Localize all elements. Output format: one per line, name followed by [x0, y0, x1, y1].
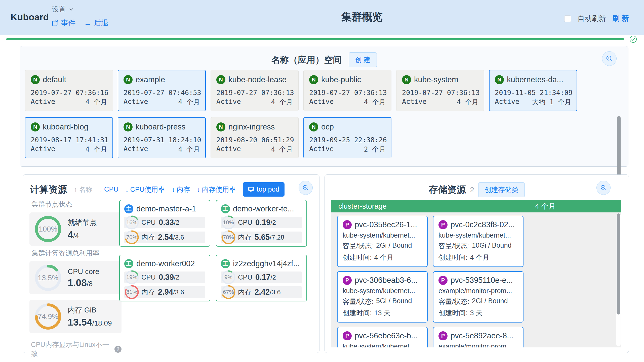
sort-by-cpu-usage[interactable]: ↓CPU使用率	[125, 185, 165, 194]
node-name: demo-worker-te...	[233, 204, 294, 213]
cpu-utilization-card: 13.5% CPU core 1.08/8	[29, 261, 122, 294]
namespace-age: 2 个月	[364, 145, 386, 154]
pvc-capacity-label: 容量/状态:	[343, 242, 374, 251]
namespace-name: default	[43, 75, 66, 84]
pvc-card[interactable]: Ppvc-56ebe63e-b... kube-system/kubernet.…	[337, 327, 428, 347]
pvc-badge-icon: P	[438, 276, 448, 285]
node-card[interactable]: 工iz2zedgghv14j4zf... 9% CPU 0.17/2 67% 内…	[216, 255, 307, 301]
namespace-created: 2019-08-17 17:41:31	[31, 136, 107, 144]
namespace-age: 4 个月	[364, 98, 386, 107]
settings-menu[interactable]: 设置	[52, 5, 108, 14]
namespace-card[interactable]: Ndefault 2019-07-27 07:36:16 Active4 个月	[25, 70, 113, 111]
pvc-claim: example/monitor-prom...	[438, 343, 518, 347]
back-link[interactable]: ← 后退	[84, 18, 108, 28]
pvc-badge-icon: P	[343, 220, 352, 229]
node-cpu-donut: 9%	[221, 270, 235, 284]
namespace-badge-icon: N	[124, 75, 133, 84]
pvc-claim: kube-system/kubernet...	[343, 232, 422, 239]
namespace-card[interactable]: Nkube-node-lease 2019-07-27 07:36:13 Act…	[211, 70, 299, 111]
pvc-created: 4 个月	[374, 253, 394, 262]
storage-class-age: 4 个月	[535, 201, 556, 211]
top-pod-icon	[248, 186, 254, 193]
magnifier-plus-icon	[302, 184, 309, 191]
namespace-age: 4 个月	[457, 98, 478, 107]
namespace-card[interactable]: Nkube-public 2019-07-27 07:36:13 Active4…	[303, 70, 391, 111]
app-header: Kuboard 设置 事件 ← 后退 集群概览 自动刷新 刷 新	[0, 0, 644, 35]
namespace-created: 2019-08-20 06:51:29	[216, 136, 293, 144]
node-memory-donut: 81%	[125, 285, 139, 299]
namespace-card[interactable]: Nnginx-ingress 2019-08-20 06:51:29 Activ…	[211, 117, 299, 158]
node-memory-row: 81% 内存 2.94/3.6	[124, 286, 205, 298]
sort-by-cpu[interactable]: ↓CPU	[99, 186, 119, 193]
namespace-badge-icon: N	[124, 122, 133, 131]
pvc-capacity-label: 容量/状态:	[438, 297, 469, 306]
namespace-age: 大约 1 个月	[532, 98, 571, 107]
memory-utilization-donut: 74.9%	[35, 303, 61, 330]
sort-arrow-icon: ↓	[172, 186, 175, 194]
namespaces-zoom-button[interactable]	[602, 51, 617, 66]
node-name: iz2zedgghv14j4zf...	[233, 259, 300, 268]
utilization-section-label: 集群计算资源总利用率	[31, 249, 122, 258]
node-card[interactable]: 主demo-master-a-1 16% CPU 0.33/2 70% 内存 2…	[119, 200, 210, 247]
namespace-name: example	[136, 75, 165, 84]
pvc-card[interactable]: Ppvc-5395110e-e... example/monitor-prom.…	[433, 271, 524, 323]
storage-scrollbar[interactable]	[617, 213, 620, 314]
node-cpu-row: 9% CPU 0.17/2	[221, 272, 302, 283]
pvc-card[interactable]: Ppvc-0c2c83f8-02... kube-system/kubernet…	[433, 216, 524, 267]
namespace-status: Active	[216, 145, 241, 154]
memory-utilization-card: 74.9% 内存 GiB 13.54/18.09	[29, 300, 122, 333]
create-namespace-button[interactable]: 创 建	[349, 52, 377, 67]
namespaces-panel: 名称（应用）空间 创 建 Ndefault 2019-07-27 07:36:1…	[20, 46, 628, 167]
header-nav: 设置 事件 ← 后退	[52, 5, 108, 28]
namespace-badge-icon: N	[495, 75, 504, 84]
refresh-button[interactable]: 刷 新	[612, 14, 629, 24]
node-card[interactable]: 工demo-worker002 19% CPU 0.39/2 81% 内存 2.…	[119, 255, 210, 301]
sort-by-memory[interactable]: ↓内存	[172, 185, 190, 194]
namespace-name: kube-system	[414, 75, 458, 84]
namespace-created: 2019-09-25 22:38:26	[309, 136, 386, 144]
events-icon	[52, 20, 58, 27]
namespace-created: 2019-07-27 07:46:53	[124, 89, 200, 97]
pvc-card[interactable]: Ppvc-306beab3-6... kube-system/kubernet.…	[337, 271, 428, 323]
node-cpu-donut: 16%	[125, 215, 139, 230]
namespace-card[interactable]: Nkubernetes-da... 2019-11-05 21:34:09 Ac…	[489, 70, 577, 111]
pvc-card[interactable]: Ppvc-5e892aee-8... example/monitor-prom.…	[433, 327, 524, 347]
pvc-badge-icon: P	[343, 331, 352, 340]
pvc-created-label: 创建时间:	[438, 308, 468, 318]
namespace-name: nginx-ingress	[228, 122, 275, 131]
storage-zoom-button[interactable]	[596, 181, 611, 195]
loading-progress-bar	[6, 38, 624, 40]
namespace-card[interactable]: Nkuboard-press 2019-07-31 18:24:10 Activ…	[118, 117, 206, 158]
pvc-claim: kube-system/kubernet...	[343, 343, 422, 347]
top-pod-button[interactable]: top pod	[243, 182, 285, 197]
compute-zoom-button[interactable]	[299, 181, 313, 195]
events-link[interactable]: 事件	[52, 18, 75, 28]
pvc-badge-icon: P	[438, 331, 448, 340]
help-icon[interactable]: ?	[114, 346, 122, 353]
pvc-created: 13 天	[374, 308, 391, 318]
storage-class-header[interactable]: cluster-storage 4 个月	[331, 200, 621, 212]
namespace-name: kuboard-blog	[43, 122, 88, 131]
success-check-icon	[629, 35, 637, 43]
pvc-claim: kube-system/kubernet...	[343, 287, 422, 295]
storage-class-section: cluster-storage 4 个月 Ppvc-0358ec26-1... …	[331, 200, 621, 347]
pvc-created-label: 创建时间:	[343, 253, 372, 262]
node-card[interactable]: 工demo-worker-te... 10% CPU 0.19/2 78% 内存…	[216, 200, 307, 247]
namespace-status: Active	[495, 98, 519, 107]
pvc-capacity: 2Gi / Bound	[472, 297, 508, 306]
namespace-name: kube-node-lease	[228, 75, 287, 84]
pvc-card[interactable]: Ppvc-0358ec26-1... kube-system/kubernet.…	[337, 216, 428, 267]
sort-by-name[interactable]: ↑名称	[74, 185, 93, 194]
namespace-card[interactable]: Nkuboard-blog 2019-08-17 17:41:31 Active…	[25, 117, 113, 158]
node-grid: 主demo-master-a-1 16% CPU 0.33/2 70% 内存 2…	[119, 200, 307, 301]
namespace-created: 2019-07-31 18:24:10	[124, 136, 200, 144]
namespace-status: Active	[309, 98, 334, 107]
namespace-card[interactable]: Nexample 2019-07-27 07:46:53 Active4 个月	[118, 70, 206, 111]
auto-refresh-checkbox[interactable]	[564, 15, 571, 22]
namespace-card[interactable]: Nkube-system 2019-07-27 07:36:13 Active4…	[396, 70, 484, 111]
namespace-card[interactable]: Nocp 2019-09-25 22:38:26 Active2 个月	[303, 117, 391, 158]
create-storage-class-button[interactable]: 创建存储类	[478, 182, 525, 197]
sort-by-memory-usage[interactable]: ↓内存使用率	[197, 185, 236, 194]
storage-title: 存储资源	[429, 184, 466, 196]
node-memory-row: 70% 内存 2.54/3.6	[124, 232, 205, 243]
